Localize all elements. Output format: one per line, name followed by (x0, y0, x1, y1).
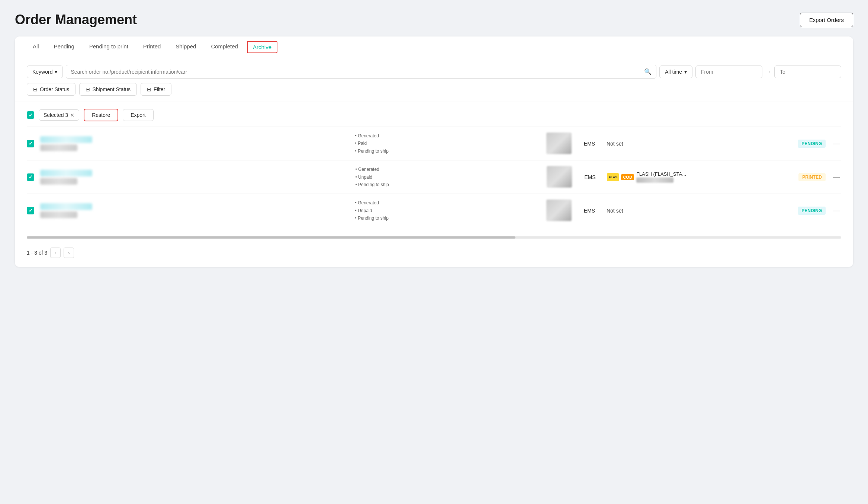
row-2-checkbox[interactable] (27, 173, 34, 181)
row-1-status-items: Generated Paid Pending to ship (355, 132, 540, 155)
from-date-input[interactable] (695, 66, 762, 78)
row-2-status-item-3: Pending to ship (356, 181, 541, 188)
search-input[interactable] (66, 66, 640, 78)
tab-shipped[interactable]: Shipped (170, 36, 202, 57)
row-2-product-img-placeholder (547, 166, 572, 188)
scrollbar-thumb[interactable] (27, 236, 515, 239)
date-arrow-icon: → (765, 68, 771, 75)
row-1-payment-text: Not set (607, 141, 623, 147)
tab-all[interactable]: All (27, 36, 45, 57)
pagination-next-button[interactable]: › (64, 248, 74, 258)
row-3-checkbox[interactable] (27, 207, 34, 214)
chevron-left-icon: ‹ (55, 250, 57, 256)
row-2-carrier: EMS (579, 174, 601, 180)
clear-selection-button[interactable]: ✕ (70, 112, 74, 118)
filter-icon: ⊟ (147, 86, 151, 92)
row-3-status-badge: PENDING (798, 207, 826, 215)
keyword-dropdown[interactable]: Keyword ▾ (27, 66, 63, 78)
row-2-status-items: Generated Unpaid Pending to ship (356, 166, 541, 188)
select-all-checkbox[interactable] (27, 111, 34, 119)
pagination-prev-button[interactable]: ‹ (50, 248, 61, 258)
row-1-product-img-placeholder (546, 133, 572, 154)
row-1-product-image (546, 133, 572, 155)
row-1-status-item-1: Generated (355, 132, 540, 140)
row-2-order-info (40, 170, 350, 185)
time-chevron-icon: ▾ (684, 69, 687, 75)
to-date-input[interactable] (774, 66, 841, 78)
row-1-recipient (40, 144, 77, 151)
restore-button[interactable]: Restore (84, 109, 118, 121)
selection-bar: Selected 3 ✕ Restore Export (27, 102, 841, 127)
row-2-status-item-1: Generated (356, 166, 541, 173)
export-button[interactable]: Export (123, 109, 153, 121)
horizontal-scrollbar[interactable] (27, 236, 841, 239)
order-table: Generated Paid Pending to ship EMS Not s… (27, 127, 841, 227)
selected-badge: Selected 3 ✕ (39, 109, 79, 121)
time-label: All time (665, 69, 682, 75)
row-1-status-item-3: Pending to ship (355, 147, 540, 155)
tab-completed[interactable]: Completed (205, 36, 244, 57)
time-dropdown[interactable]: All time ▾ (659, 66, 692, 78)
page-title: Order Management (15, 12, 137, 28)
order-status-filter-label: Order Status (40, 86, 69, 92)
row-1-status-item-2: Paid (355, 140, 540, 147)
tab-archive[interactable]: Archive (247, 41, 277, 53)
tab-pending-to-print[interactable]: Pending to print (83, 36, 134, 57)
row-2-status-item-2: Unpaid (356, 173, 541, 181)
row-1-payment: Not set (607, 141, 792, 147)
row-3-product-img-placeholder (546, 200, 572, 221)
flash-logo-icon: FLAS (607, 173, 619, 181)
row-3-payment: Not set (607, 208, 792, 214)
row-2-payment-blurred (636, 178, 673, 183)
cod-badge: COD (621, 174, 634, 180)
search-icon: 🔍 (644, 68, 652, 75)
filter-row-buttons: ⊟ Order Status ⊟ Shipment Status ⊟ Filte… (27, 83, 841, 96)
selected-count-label: Selected 3 (44, 112, 68, 118)
row-2-recipient (40, 178, 77, 185)
shipment-status-filter-button[interactable]: ⊟ Shipment Status (79, 83, 137, 96)
row-2-payment: FLAS COD FLASH (FLASH_STA... (607, 171, 793, 183)
row-1-order-info (40, 136, 349, 151)
row-3-status-item-3: Pending to ship (355, 214, 540, 222)
pagination: 1 - 3 of 3 ‹ › (15, 242, 853, 267)
search-box: 🔍 (66, 65, 656, 79)
shipment-status-filter-icon: ⊟ (86, 86, 90, 92)
row-1-carrier: EMS (578, 141, 601, 147)
row-3-carrier: EMS (578, 208, 601, 214)
row-1-status-col: Generated Paid Pending to ship (355, 132, 540, 155)
export-orders-button[interactable]: Export Orders (800, 13, 853, 27)
keyword-label: Keyword (32, 69, 52, 75)
chevron-right-icon: › (68, 250, 70, 256)
tab-printed[interactable]: Printed (137, 36, 167, 57)
row-2-payment-text: FLASH (FLASH_STA... (636, 171, 686, 177)
page-header: Order Management Export Orders (15, 12, 853, 28)
filters-area: Keyword ▾ 🔍 All time ▾ → ⊟ Order Status (15, 57, 853, 102)
row-3-order-id (40, 203, 92, 210)
filter-button[interactable]: ⊟ Filter (141, 83, 171, 96)
row-3-payment-text: Not set (607, 208, 623, 214)
row-3-status-item-2: Unpaid (355, 207, 540, 214)
search-button[interactable]: 🔍 (640, 65, 656, 78)
table-area: Selected 3 ✕ Restore Export Generated Pa… (15, 102, 853, 236)
row-1-status-badge: PENDING (798, 140, 826, 148)
shipment-status-filter-label: Shipment Status (92, 86, 131, 92)
row-3-product-image (546, 200, 572, 222)
row-1-more-button[interactable]: — (832, 140, 841, 147)
tab-pending[interactable]: Pending (48, 36, 80, 57)
pagination-label: 1 - 3 of 3 (27, 250, 47, 256)
filter-row-search: Keyword ▾ 🔍 All time ▾ → (27, 65, 841, 79)
main-card: All Pending Pending to print Printed Shi… (15, 36, 853, 267)
row-1-checkbox[interactable] (27, 140, 34, 147)
row-3-status-item-1: Generated (355, 199, 540, 207)
table-row: Generated Paid Pending to ship EMS Not s… (27, 127, 841, 160)
row-3-status-col: Generated Unpaid Pending to ship (355, 199, 540, 222)
tabs-nav: All Pending Pending to print Printed Shi… (15, 36, 853, 57)
row-2-more-button[interactable]: — (832, 173, 841, 181)
order-status-filter-button[interactable]: ⊟ Order Status (27, 83, 75, 96)
row-3-order-info (40, 203, 349, 218)
row-2-status-badge: PRINTED (798, 173, 826, 181)
order-status-filter-icon: ⊟ (33, 86, 38, 92)
table-row: Generated Unpaid Pending to ship EMS Not… (27, 194, 841, 227)
row-2-product-image (547, 166, 573, 188)
row-3-more-button[interactable]: — (832, 207, 841, 214)
